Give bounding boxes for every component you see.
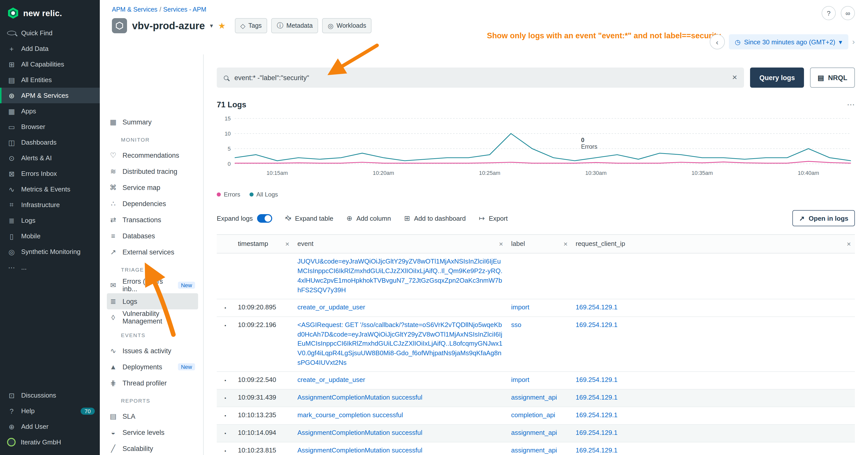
row-marker-icon[interactable]: ▪ <box>224 413 226 418</box>
time-picker[interactable]: ◷ Since 30 minutes ago (GMT+2) ▾ <box>729 34 848 50</box>
expand-table-button[interactable]: ⇅ Expand table <box>285 214 333 222</box>
subnav-item-deployments[interactable]: ▲DeploymentsNew <box>107 359 198 375</box>
table-row[interactable]: ▪10:10:13.235mark_course_completion succ… <box>217 407 855 425</box>
tags-button[interactable]: ◇Tags <box>235 18 268 33</box>
ip-link[interactable]: 169.254.129.1 <box>576 303 618 311</box>
chevron-down-icon[interactable]: ▾ <box>210 22 213 29</box>
subnav-item-issues-activity[interactable]: ∿Issues & activity <box>107 343 198 359</box>
breadcrumb-apm-services[interactable]: APM & Services <box>112 6 157 13</box>
table-row[interactable]: ▪10:09:22.196<ASGIRequest: GET '/sso/cal… <box>217 317 855 371</box>
clear-search-icon[interactable]: × <box>732 72 737 83</box>
brand-logo[interactable]: new relic. <box>0 0 100 25</box>
export-button[interactable]: ↦ Export <box>479 214 508 222</box>
log-search-box[interactable]: × <box>217 67 744 88</box>
event-link[interactable]: AssignmentCompletionMutation successful <box>298 447 423 454</box>
nrql-button[interactable]: ▤ NRQL <box>810 67 855 88</box>
expand-logs-toggle[interactable] <box>257 214 272 223</box>
table-row[interactable]: ▪10:10:23.815AssignmentCompletionMutatio… <box>217 443 855 455</box>
subnav-item-transactions[interactable]: ⇄Transactions <box>107 212 198 228</box>
sidebar-footer-discussions[interactable]: ⊡Discussions <box>0 388 100 403</box>
sidebar-item-mobile[interactable]: ▯Mobile <box>0 228 100 244</box>
event-link[interactable]: AssignmentCompletionMutation successful <box>298 393 423 401</box>
ip-link[interactable]: 169.254.129.1 <box>576 393 618 401</box>
sidebar-item-all-entities[interactable]: ▤All Entities <box>0 72 100 88</box>
sidebar-item-dashboards[interactable]: ◫Dashboards <box>0 134 100 150</box>
subnav-item-summary[interactable]: ▦Summary <box>107 114 198 130</box>
column-header-label[interactable]: label× <box>507 235 571 253</box>
sidebar-item-errors-inbox[interactable]: ⊠Errors Inbox <box>0 166 100 182</box>
sidebar-item-logs[interactable]: ≣Logs <box>0 213 100 228</box>
add-column-button[interactable]: ⊕ Add column <box>346 214 391 222</box>
subnav-item-thread-profiler[interactable]: ⋕Thread profiler <box>107 375 198 391</box>
sidebar-item-all-capabilities[interactable]: ⊞All Capabilities <box>0 57 100 72</box>
log-search-input[interactable] <box>234 73 727 82</box>
row-marker-icon[interactable]: ▪ <box>224 431 226 436</box>
sidebar-item-more[interactable]: ⋯... <box>0 260 100 275</box>
subnav-item-external-services[interactable]: ↗External services <box>107 244 198 260</box>
query-logs-button[interactable]: Query logs <box>750 67 804 88</box>
ip-link[interactable]: 169.254.129.1 <box>576 447 618 454</box>
add-to-dashboard-button[interactable]: ⊞ Add to dashboard <box>404 214 466 222</box>
remove-column-icon[interactable]: × <box>563 239 567 249</box>
open-in-logs-button[interactable]: ↗ Open in logs <box>793 210 855 226</box>
event-link[interactable]: <ASGIRequest: GET '/sso/callback/?state=… <box>298 321 502 366</box>
subnav-item-sla[interactable]: ▤SLA <box>107 408 198 424</box>
table-row[interactable]: ▪10:10:14.094AssignmentCompletionMutatio… <box>217 425 855 443</box>
label-link[interactable]: import <box>511 303 529 311</box>
event-link[interactable]: create_or_update_user <box>298 376 365 384</box>
sidebar-footer-add-user[interactable]: ⊕Add User <box>0 419 100 434</box>
table-row[interactable]: ▪10:09:31.439AssignmentCompletionMutatio… <box>217 390 855 407</box>
table-row[interactable]: JUQVU&code=eyJraWQiOiJjcGltY29yZV8wOTl1M… <box>217 254 855 299</box>
subnav-item-logs[interactable]: ≣Logs <box>107 293 198 310</box>
subnav-item-recommendations[interactable]: ♡Recommendations <box>107 147 198 163</box>
table-row[interactable]: ▪10:09:22.540create_or_update_userimport… <box>217 372 855 390</box>
subnav-item-databases[interactable]: ≡Databases <box>107 228 198 244</box>
subnav-item-errors-inbox[interactable]: ✉Errors (errors inb...New <box>107 277 198 293</box>
sidebar-item-metrics-events[interactable]: ∿Metrics & Events <box>0 182 100 197</box>
label-link[interactable]: import <box>511 376 529 384</box>
sidebar-item-apps[interactable]: ▦Apps <box>0 103 100 119</box>
sidebar-footer-help[interactable]: ?Help70 <box>0 403 100 419</box>
favorite-star-icon[interactable]: ★ <box>218 21 226 31</box>
entity-title[interactable]: vbv-prod-azure <box>132 20 205 32</box>
sidebar-item-infrastructure[interactable]: ⌗Infrastructure <box>0 197 100 213</box>
sidebar-item-add-data[interactable]: +Add Data <box>0 41 100 57</box>
subnav-item-vulnerability[interactable]: ◊Vulnerability Management <box>107 310 198 325</box>
row-marker-icon[interactable]: ▪ <box>224 449 226 454</box>
label-link[interactable]: assignment_api <box>511 429 557 436</box>
event-link[interactable]: AssignmentCompletionMutation successful <box>298 429 423 436</box>
ip-link[interactable]: 169.254.129.1 <box>576 321 618 328</box>
row-marker-icon[interactable]: ▪ <box>224 395 226 400</box>
sidebar-item-browser[interactable]: ▭Browser <box>0 119 100 134</box>
subnav-item-service-map[interactable]: ⌘Service map <box>107 180 198 195</box>
event-link[interactable]: JUQVU&code=eyJraWQiOiJjcGltY29yZV8wOTl1M… <box>298 258 502 294</box>
legend-errors[interactable]: Errors <box>217 191 240 198</box>
sidebar-item-apm-services[interactable]: ⊛APM & Services <box>0 88 100 103</box>
legend-all-logs[interactable]: All Logs <box>249 191 278 198</box>
row-marker-icon[interactable]: ▪ <box>224 378 226 383</box>
subnav-item-scalability[interactable]: ╱Scalability <box>107 441 198 455</box>
time-forward-button[interactable]: › <box>852 37 855 46</box>
metadata-button[interactable]: ⓘMetadata <box>271 18 318 33</box>
sidebar-item-alerts-ai[interactable]: ⊙Alerts & AI <box>0 150 100 166</box>
breadcrumb-services-apm[interactable]: Services - APM <box>163 6 207 13</box>
ip-link[interactable]: 169.254.129.1 <box>576 376 618 384</box>
column-header-request_client_ip[interactable]: request_client_ip× <box>571 235 855 253</box>
remove-column-icon[interactable]: × <box>499 239 503 249</box>
label-link[interactable]: sso <box>511 321 521 328</box>
subnav-item-service-levels[interactable]: ◒Service levels <box>107 424 198 441</box>
label-link[interactable]: assignment_api <box>511 447 557 454</box>
sidebar-item-quick-find[interactable]: Quick Find <box>0 25 100 41</box>
event-link[interactable]: create_or_update_user <box>298 303 365 311</box>
column-header-timestamp[interactable]: timestamp× <box>234 235 293 253</box>
event-link[interactable]: mark_course_completion successful <box>298 411 403 419</box>
subnav-item-dependencies[interactable]: ∴Dependencies <box>107 195 198 212</box>
sidebar-item-synthetic[interactable]: ◎Synthetic Monitoring <box>0 244 100 260</box>
ip-link[interactable]: 169.254.129.1 <box>576 429 618 436</box>
label-link[interactable]: assignment_api <box>511 393 557 401</box>
row-marker-icon[interactable]: ▪ <box>224 305 226 310</box>
more-options-icon[interactable]: ⋯ <box>847 100 855 109</box>
workloads-button[interactable]: ◎Workloads <box>322 18 372 33</box>
remove-column-icon[interactable]: × <box>847 239 851 249</box>
table-row[interactable]: ▪10:09:20.895create_or_update_userimport… <box>217 299 855 317</box>
